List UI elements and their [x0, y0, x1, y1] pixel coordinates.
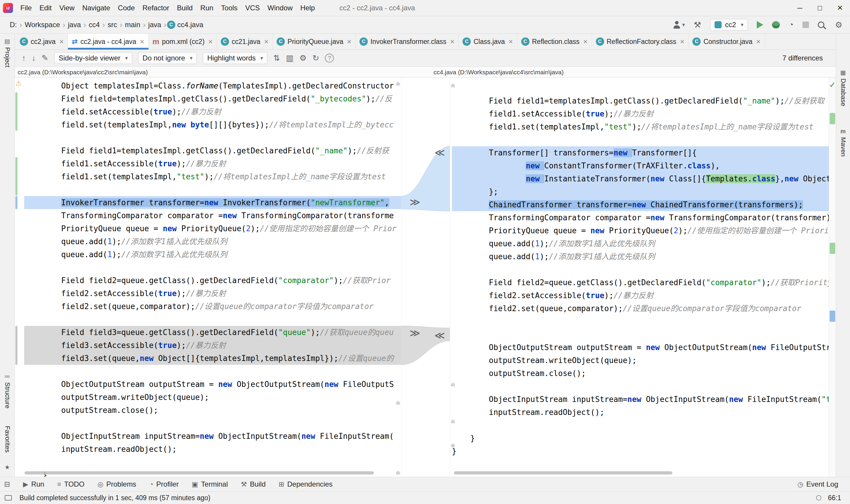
- code-line[interactable]: [452, 419, 829, 432]
- tab-pom-xml-cc2-[interactable]: mpom.xml (cc2)✕: [149, 34, 217, 50]
- menu-run[interactable]: Run: [196, 4, 217, 12]
- menu-build[interactable]: Build: [173, 4, 196, 12]
- code-line[interactable]: queue.add(1);//添加数字1插入此优先级队列: [24, 235, 401, 248]
- code-line[interactable]: Field field2=queue.getClass().getDeclare…: [452, 276, 829, 289]
- menu-code[interactable]: Code: [114, 4, 138, 12]
- code-line[interactable]: new ConstantTransformer(TrAXFilter.class…: [452, 159, 829, 172]
- minimize-button[interactable]: ─: [790, 0, 810, 16]
- search-everywhere-button[interactable]: [818, 21, 826, 28]
- code-line[interactable]: field2.setAccessible(true);//暴力反射: [452, 289, 829, 302]
- code-line[interactable]: }: [452, 445, 829, 458]
- caret-position[interactable]: 66:1: [828, 494, 841, 502]
- menu-refactor[interactable]: Refactor: [139, 4, 173, 12]
- sidebar-item-database[interactable]: ▦ Database: [836, 69, 850, 106]
- close-icon[interactable]: ✕: [140, 38, 145, 45]
- code-line[interactable]: TransformingComparator comparator =new T…: [24, 209, 401, 222]
- code-line[interactable]: field1.set(templatesImpl,"test");//将temp…: [24, 170, 401, 183]
- highlight-mode-select[interactable]: Highlight words ▾: [203, 52, 267, 64]
- menu-edit[interactable]: Edit: [36, 4, 55, 12]
- code-line[interactable]: TransformingComparator comparator =new T…: [452, 211, 829, 224]
- close-icon[interactable]: ✕: [680, 38, 685, 45]
- apply-change-right-icon[interactable]: ≫: [410, 326, 420, 339]
- code-line[interactable]: }: [452, 432, 829, 445]
- code-line[interactable]: Field field1=templatesImpl.getClass().ge…: [24, 144, 401, 157]
- breadcrumb-item[interactable]: src: [106, 21, 119, 29]
- code-line[interactable]: field1.setAccessible(true);//暴力反射: [452, 107, 829, 120]
- code-line[interactable]: field1.set(templatesImpl,"test");//将temp…: [452, 120, 829, 133]
- code-line[interactable]: queue.add(1);//添加数字1插入此优先级队列: [452, 237, 829, 250]
- tab-priorityqueue-java[interactable]: CPriorityQueue.java✕: [273, 34, 355, 50]
- breadcrumb-item[interactable]: Workspace: [23, 21, 62, 29]
- breadcrumb-item[interactable]: cc4: [87, 21, 102, 29]
- code-line[interactable]: ObjectOutputStream outputStream = new Ob…: [452, 341, 829, 354]
- code-line[interactable]: outputStream.writeObject(queue);: [452, 354, 829, 367]
- toolwindow-problems[interactable]: ◎Problems: [98, 480, 136, 488]
- vertical-scrollbar[interactable]: ✓: [829, 77, 836, 477]
- code-line[interactable]: ObjectInputStream inputStream=new Object…: [452, 393, 829, 406]
- left-diff-pane[interactable]: ⚠ Object templatesImpl=Class.forName(Tem…: [15, 77, 401, 477]
- build-project-button[interactable]: ⚒: [694, 20, 701, 30]
- tab-reflection-class[interactable]: CReflection.class✕: [517, 34, 592, 50]
- code-line[interactable]: [452, 315, 829, 328]
- tab-cc21-java[interactable]: Ccc21.java✕: [217, 34, 273, 50]
- debug-button[interactable]: [772, 21, 780, 28]
- code-line[interactable]: Field field1=templatesImpl.getClass().ge…: [452, 94, 829, 107]
- toolwindow-todo[interactable]: ≡TODO: [57, 480, 84, 488]
- tab-cc2-java[interactable]: Ccc2.java✕: [16, 34, 68, 50]
- help-icon[interactable]: ?: [325, 54, 334, 62]
- code-line[interactable]: InvokerTransformer transformer=new Invok…: [24, 196, 401, 209]
- edit-icon[interactable]: ✎: [41, 53, 48, 63]
- previous-difference-button[interactable]: ↑: [22, 54, 26, 63]
- tab-invokertransformer-class[interactable]: CInvokerTransformer.class✕: [355, 34, 458, 50]
- toolwindow-switcher-icon[interactable]: ⊟: [4, 480, 10, 488]
- code-line[interactable]: field3.setAccessible(true);//暴力反射: [24, 339, 401, 352]
- code-line[interactable]: };: [452, 185, 829, 198]
- code-line[interactable]: [452, 263, 829, 276]
- collapse-unchanged-button[interactable]: ⇅: [273, 53, 280, 63]
- menu-vcs[interactable]: VCS: [241, 4, 263, 12]
- code-line[interactable]: [24, 131, 401, 144]
- code-line[interactable]: Field field2=queue.getClass().getDeclare…: [24, 274, 401, 287]
- code-line[interactable]: field3.set(queue,new Object[]{templatesI…: [24, 352, 401, 365]
- toolwindow-run[interactable]: ▶Run: [23, 480, 44, 488]
- code-line[interactable]: [24, 261, 401, 274]
- stop-button[interactable]: [802, 21, 809, 28]
- code-line[interactable]: Object templatesImpl=Class.forName(Templ…: [24, 79, 401, 92]
- toolwindow-toggle-icon[interactable]: [5, 495, 12, 501]
- inspections-ok-icon[interactable]: ✓: [829, 80, 836, 90]
- toolwindow-dependencies[interactable]: ⊞Dependencies: [279, 480, 333, 488]
- user-ic[interactable]: ▾: [673, 21, 685, 29]
- close-icon[interactable]: ✕: [508, 38, 513, 45]
- refresh-icon[interactable]: ↻: [313, 53, 319, 63]
- toolwindow-build[interactable]: ⚒Build: [241, 480, 266, 488]
- menu-tools[interactable]: Tools: [217, 4, 241, 12]
- code-line[interactable]: field1.setAccessible(true);//暴力反射: [24, 157, 401, 170]
- tab-class-java[interactable]: CClass.java✕: [458, 34, 517, 50]
- code-line[interactable]: [24, 456, 401, 469]
- breadcrumb-item[interactable]: main: [123, 21, 142, 29]
- warning-icon[interactable]: ⚠: [16, 79, 22, 87]
- next-difference-button[interactable]: ↓: [32, 54, 36, 63]
- profiler-button[interactable]: ◔: [788, 20, 794, 30]
- breadcrumb-item[interactable]: D:: [8, 21, 19, 29]
- horizontal-scrollbar[interactable]: [454, 471, 672, 474]
- code-line[interactable]: field.setAccessible(true);//暴力反射: [24, 105, 401, 118]
- apply-change-right-icon[interactable]: ≫: [410, 196, 420, 209]
- right-diff-pane[interactable]: Field field1=templatesImpl.getClass().ge…: [450, 77, 829, 477]
- code-line[interactable]: field2.set(queue,comparator);//设置queue的c…: [452, 302, 829, 315]
- sidebar-item-project[interactable]: ▤ Project: [0, 38, 15, 67]
- sidebar-item-maven[interactable]: m Maven: [836, 128, 850, 157]
- toolwindow-profiler[interactable]: ◔Profiler: [149, 480, 179, 488]
- code-line[interactable]: [452, 380, 829, 393]
- close-icon[interactable]: ✕: [450, 38, 455, 45]
- code-line[interactable]: inputStream.readObject();: [24, 443, 401, 456]
- ignore-mode-select[interactable]: Do not ignore ▾: [138, 52, 197, 64]
- tab-reflectionfactory-class[interactable]: CReflectionFactory.class✕: [592, 34, 689, 50]
- code-line[interactable]: inputStream.readObject();: [452, 406, 829, 419]
- code-line[interactable]: [24, 365, 401, 378]
- code-line[interactable]: ObjectInputStream inputStream=new Object…: [24, 430, 401, 443]
- breadcrumb-item[interactable]: java: [66, 21, 83, 29]
- status-message[interactable]: Build completed successfully in 1 sec, 4…: [19, 494, 210, 502]
- menu-view[interactable]: View: [55, 4, 79, 12]
- code-line[interactable]: outputStream.close();: [452, 367, 829, 380]
